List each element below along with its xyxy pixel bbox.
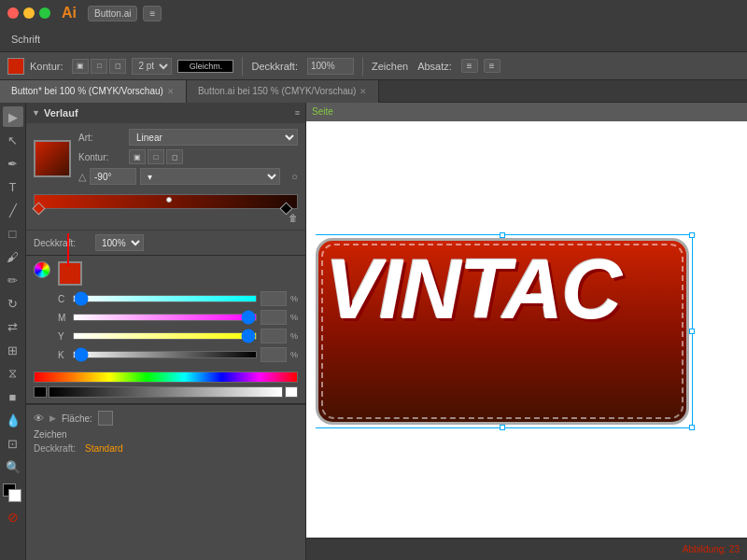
kontur-btn-3[interactable]: ◻ [166,149,183,164]
tab-button-100[interactable]: Button* bei 100 % (CMYK/Vorschau) ✕ [0,80,187,103]
stroke-label: Kontur: [30,61,63,72]
toolbar-separator-2 [362,57,363,76]
selection-box [316,234,693,428]
angle-row: △ ▾ ○ [78,168,298,185]
gradient-midpoint[interactable] [166,197,172,203]
gradient-tool[interactable]: ■ [3,386,23,407]
y-slider[interactable] [73,332,257,340]
art-select[interactable]: Linear [129,129,298,146]
handle-br[interactable] [689,425,695,430]
white-swatch[interactable] [285,386,298,398]
stroke-swatch-small[interactable] [8,489,21,502]
vintage-container: VINTAC [316,149,747,513]
nav-btn[interactable]: ≡ [143,6,162,21]
char-options-btn[interactable]: ≡ [484,59,500,73]
main-area: ▶ ↖ ✒ T ╱ □ 🖌 ✏ ↻ ⇄ ⊞ ⧖ ■ 💧 ⊡ 🔍 ⊘ ▼ Verl… [0,103,747,560]
stroke-width-select[interactable]: 2 pt [132,58,172,75]
direct-select-tool[interactable]: ↖ [3,130,23,150]
color-wheel-icon[interactable] [34,261,50,278]
none-swatch[interactable]: ⊘ [3,507,23,527]
handle-rm[interactable] [689,329,695,334]
k-slider-row: K 0 % [58,347,298,362]
c-value[interactable]: 0 [261,291,287,306]
close-button[interactable] [7,7,19,19]
m-slider-row: M 100 % [58,310,298,325]
flaeche-swatch[interactable] [98,411,113,426]
minimize-button[interactable] [23,7,35,19]
line-tool[interactable]: ╱ [3,200,23,220]
angle-input[interactable] [90,168,136,185]
file-btn[interactable]: Button.ai [88,6,137,21]
char-label: Zeichen [372,61,408,72]
paintbrush-tool[interactable]: 🖌 [3,246,23,267]
y-pct: % [290,331,298,341]
artboard-tool[interactable]: ⊡ [3,433,23,454]
flaeche-eye-icon[interactable]: 👁 [34,413,44,424]
mirror-tool[interactable]: ⇄ [3,316,23,337]
handle-tm[interactable] [500,232,505,238]
panel-area: ▼ Verlauf ≡ Art: Linear Ko [26,103,306,560]
rotate-tool[interactable]: ↻ [3,293,23,314]
blend-tool[interactable]: ⧖ [3,363,23,384]
m-value[interactable]: 100 [261,310,287,325]
k-slider[interactable] [73,351,257,358]
c-slider-row: C 0 % [58,291,298,306]
select-tool[interactable]: ▶ [3,106,23,127]
schrift-menu[interactable]: Schrift [7,32,44,47]
eyedropper-tool[interactable]: 💧 [3,410,23,430]
pencil-tool[interactable]: ✏ [3,270,23,290]
gray-ramp[interactable] [49,386,283,398]
gradient-delete-btn[interactable]: 🗑 [289,213,298,223]
spectrum-bar[interactable] [34,371,298,383]
kontur-btn-1[interactable]: ▣ [129,149,146,164]
art-label: Art: [78,133,125,143]
verlauf-collapse-arrow: ▼ [32,108,40,118]
y-value[interactable]: 100 [261,329,287,343]
stroke-align-outside[interactable]: ◻ [109,59,126,74]
gradient-bar[interactable] [34,194,298,209]
c-label: C [58,294,69,304]
c-slider[interactable] [73,295,257,302]
maximize-button[interactable] [39,7,50,19]
deckkraft-row: Deckkraft: Standard [34,443,298,454]
stroke-color-swatch[interactable] [7,58,24,75]
paragraph-btn[interactable]: ≡ [461,59,478,73]
stroke-align-inside[interactable]: ▣ [72,59,89,74]
tab-close-1[interactable]: ✕ [167,87,175,96]
site-label: Seite [312,106,333,117]
tab-button-150[interactable]: Button.ai bei 150 % (CMYK/Vorschau) ✕ [187,80,380,103]
pen-tool[interactable]: ✒ [3,153,23,174]
verlauf-panel-header[interactable]: ▼ Verlauf ≡ [26,103,305,123]
canvas-area[interactable]: Seite VINTAC [306,103,747,560]
tabs-bar: Button* bei 100 % (CMYK/Vorschau) ✕ Butt… [0,80,747,103]
tab-label-2: Button.ai bei 150 % (CMYK/Vorschau) [198,86,357,96]
zoom-tool[interactable]: 🔍 [3,456,23,477]
angle-dropdown[interactable]: ▾ [140,168,280,185]
active-color-swatch[interactable] [58,261,82,286]
toolbox: ▶ ↖ ✒ T ╱ □ 🖌 ✏ ↻ ⇄ ⊞ ⧖ ■ 💧 ⊡ 🔍 ⊘ [0,103,26,560]
opacity-row-select[interactable]: 100% [95,234,144,251]
k-value[interactable]: 0 [261,347,287,362]
scale-tool[interactable]: ⊞ [3,340,23,360]
opacity-row: Deckkraft: 100% [26,230,305,255]
rect-tool[interactable]: □ [3,223,23,244]
tab-close-2[interactable]: ✕ [359,87,367,96]
flaeche-arrow-icon[interactable]: ▶ [49,413,56,423]
black-swatch[interactable] [34,386,47,398]
k-label: K [58,350,69,360]
opacity-input[interactable] [307,58,354,75]
handle-bm[interactable] [500,425,505,430]
kontur-label: Kontur: [78,152,125,162]
para-label: Absatz: [417,61,452,72]
type-tool[interactable]: T [3,176,23,197]
handle-tr[interactable] [689,232,695,238]
m-slider[interactable] [73,314,257,321]
y-label: Y [58,331,69,342]
verlauf-menu-icon[interactable]: ≡ [295,108,300,118]
stroke-align-center[interactable]: □ [91,59,107,74]
color-panel-icons-left [34,261,54,278]
gradient-swatch[interactable] [34,140,71,177]
verlauf-panel: ▼ Verlauf ≡ Art: Linear Ko [26,103,305,256]
stroke-style-preview[interactable]: Gleichm. [177,60,233,73]
kontur-btn-2[interactable]: □ [148,149,164,164]
